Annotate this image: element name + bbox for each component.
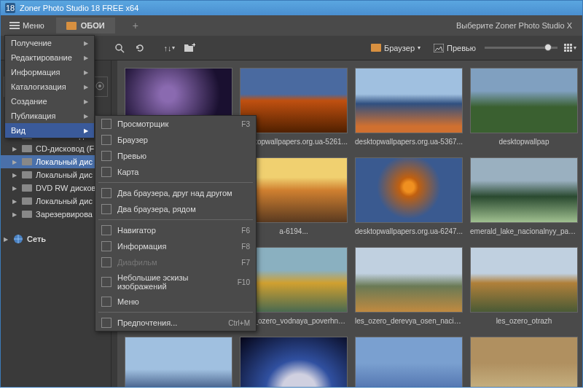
view-submenu: ПросмотрщикF3БраузерПревьюКартаДва брауз…	[95, 115, 257, 332]
view-mode-icon	[101, 241, 111, 251]
drive-icon	[22, 211, 32, 218]
view-mode-icon	[101, 277, 111, 287]
thumbnail-caption: desktopwallpapers.org.ua-6247...	[355, 227, 463, 235]
thumbnail[interactable]	[355, 68, 463, 133]
view-mode-icon	[101, 225, 111, 235]
slider-thumb[interactable]	[544, 44, 552, 51]
submenu-item[interactable]: ИнформацияF8	[95, 238, 256, 254]
thumbnail[interactable]	[355, 247, 463, 313]
submenu-item[interactable]: Карта	[95, 164, 256, 180]
drive-icon	[22, 158, 32, 165]
menu-separator	[98, 182, 253, 183]
drive-icon	[22, 197, 32, 205]
thumbnail[interactable]	[355, 337, 463, 387]
folder-icon	[371, 44, 381, 52]
submenu-item[interactable]: Предпочтения...Ctrl+M	[95, 315, 256, 331]
titlebar[interactable]: 18 Zoner Photo Studio 18 FREE x64	[1, 1, 582, 15]
svg-text:+: +	[192, 43, 195, 49]
view-mode-icon	[101, 204, 111, 214]
menu-separator	[98, 219, 253, 220]
main-menu-button[interactable]: Меню	[4, 18, 50, 33]
menu-separator	[98, 312, 253, 313]
new-tab-button[interactable]: +	[133, 20, 138, 31]
tab-wallpapers[interactable]: ОБОИ	[56, 17, 115, 34]
menu-item[interactable]: Публикация▶	[5, 109, 94, 123]
thumbnail[interactable]	[470, 68, 578, 133]
add-folder-icon[interactable]: +	[181, 40, 197, 56]
thumbnail[interactable]	[470, 157, 578, 223]
thumbnail-caption: les_ozero_otrazh	[470, 317, 578, 325]
thumbnail-caption: desktopwallpapers.org.ua-5367...	[355, 138, 463, 146]
view-mode-icon	[101, 167, 111, 177]
svg-point-0	[116, 44, 122, 50]
svg-line-1	[121, 50, 124, 52]
drive-icon	[22, 145, 32, 152]
submenu-item[interactable]: НавигаторF6	[95, 222, 256, 238]
submenu-item[interactable]: Меню	[95, 294, 256, 310]
refresh-icon[interactable]	[132, 40, 148, 56]
thumbnail[interactable]	[355, 157, 463, 223]
view-mode-icon	[101, 297, 111, 307]
drive-icon	[22, 171, 32, 179]
submenu-item[interactable]: Превью	[95, 148, 256, 164]
submenu-item: ДиафильмF7	[95, 254, 256, 270]
menu-item[interactable]: Создание▶	[5, 94, 94, 109]
submenu-item[interactable]: Два браузера, друг над другом	[95, 185, 256, 201]
grid-view-icon[interactable]: ▾	[562, 40, 578, 56]
preview-toggle[interactable]: Превью	[429, 42, 480, 54]
gear-icon[interactable]	[95, 82, 104, 92]
submenu-item[interactable]: Браузер	[95, 132, 256, 148]
thumbnail[interactable]	[470, 337, 578, 387]
svg-rect-4	[434, 44, 444, 52]
hamburger-icon	[9, 22, 20, 29]
zoom-slider[interactable]	[485, 47, 557, 49]
thumbnail[interactable]	[470, 247, 578, 313]
view-mode-icon	[101, 188, 111, 198]
menu-item[interactable]: Вид▶	[5, 123, 94, 138]
menu-item[interactable]: Получение▶	[5, 36, 94, 50]
network-icon	[13, 234, 23, 244]
main-menu-label: Меню	[23, 21, 44, 30]
submenu-item[interactable]: Небольшие эскизы изображенийF10	[95, 270, 256, 294]
submenu-item[interactable]: ПросмотрщикF3	[95, 116, 256, 132]
menu-item[interactable]: Редактирование▶	[5, 50, 94, 65]
window-title: Zoner Photo Studio 18 FREE x64	[20, 4, 138, 12]
view-mode-icon	[101, 318, 111, 328]
menu-item[interactable]: Информация▶	[5, 65, 94, 79]
view-mode-icon	[101, 151, 111, 161]
submenu-item[interactable]: Два браузера, рядом	[95, 201, 256, 217]
thumbnail[interactable]	[240, 337, 348, 387]
main-menu: Получение▶Редактирование▶Информация▶Ката…	[4, 35, 95, 138]
thumbnail-caption: emerald_lake_nacionalnyy_park...	[470, 227, 578, 235]
svg-point-7	[98, 85, 101, 87]
browser-dropdown[interactable]: Браузер ▾	[367, 42, 425, 54]
sort-icon[interactable]: ↑↓▾	[161, 40, 177, 56]
tab-label: ОБОИ	[81, 21, 105, 30]
folder-icon	[66, 22, 77, 30]
view-mode-icon	[101, 119, 111, 129]
thumbnail-caption: les_ozero_derevya_osen_nacion...	[355, 317, 463, 325]
thumbnail[interactable]	[125, 337, 232, 387]
drive-icon	[22, 184, 32, 192]
menu-item[interactable]: Каталогизация▶	[5, 79, 94, 94]
topbar: Меню ОБОИ + Выберите Zoner Photo Studio …	[1, 15, 582, 36]
thumbnail-caption: desktopwallpap	[470, 138, 578, 146]
view-mode-icon	[101, 135, 111, 145]
app-icon: 18	[5, 3, 15, 13]
view-mode-icon	[101, 257, 111, 267]
search-icon[interactable]	[111, 40, 128, 56]
upgrade-link[interactable]: Выберите Zoner Photo Studio X	[456, 21, 579, 30]
image-icon	[434, 44, 444, 52]
